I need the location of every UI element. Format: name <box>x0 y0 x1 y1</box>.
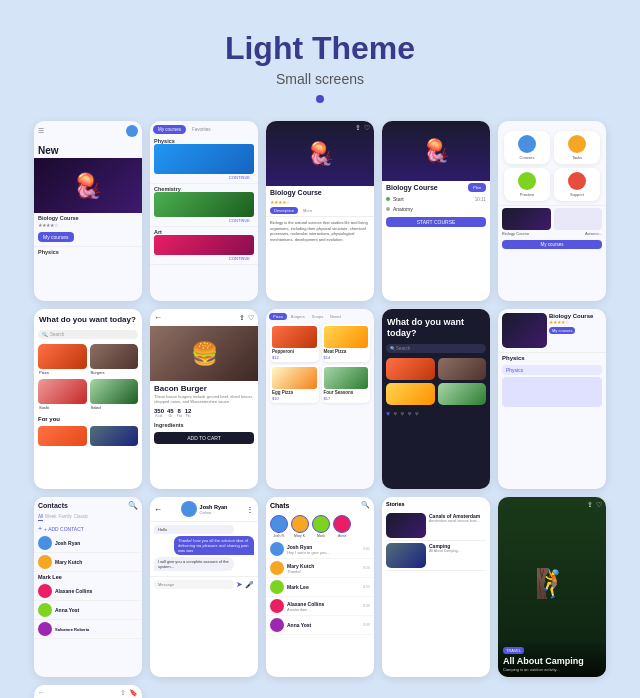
app-practice[interactable]: Practice <box>504 168 550 201</box>
avatar-mary <box>38 555 52 569</box>
heart-inactive-1[interactable]: ♥ <box>393 410 397 417</box>
story-josh[interactable]: Josh R. <box>270 515 288 538</box>
food-item-pizza[interactable]: Pizza <box>38 344 87 376</box>
food-item-sushi[interactable]: Sushi <box>38 379 87 411</box>
phone-grid: ☰ New 🪼 Biology Course ★★★★☆ My courses … <box>34 121 606 698</box>
share-icon2[interactable]: ⇪ <box>239 314 245 322</box>
story-mary[interactable]: Mary K. <box>291 515 309 538</box>
food-card-egg-pizza[interactable]: Egg Pizza $10 <box>270 365 319 403</box>
share-icon[interactable]: ⇪ <box>355 124 361 132</box>
tab-description[interactable]: Description <box>270 207 298 214</box>
category-tabs: Pizza Burgers Soups Bread <box>266 309 374 322</box>
contact-alaxane[interactable]: Alaxane Collins <box>34 582 142 601</box>
msg-recv-2: I will give you a complete account of th… <box>154 557 234 571</box>
tab-more[interactable]: More <box>300 207 315 214</box>
contact-mary-kutch[interactable]: Mary Kutch <box>34 553 142 572</box>
tab-classic[interactable]: Classic <box>74 514 89 521</box>
card-biology-plan: 🪼 Biology Course Plan Start 10:11 Anatom… <box>382 121 490 301</box>
plan-button[interactable]: Plan <box>468 183 486 192</box>
story-amsterdam[interactable]: Canals of Amsterdam Amsterdam canal ster… <box>386 511 486 541</box>
camping-title: All About Camping <box>503 657 601 667</box>
food-item-burger[interactable]: Burgers <box>90 344 139 376</box>
for-you-item-1 <box>38 426 87 446</box>
contact-josh-ryan[interactable]: Josh Ryan <box>34 534 142 553</box>
chat-item-anna[interactable]: Anna Yost 8:00 <box>266 616 374 635</box>
article-header: ← ⇪ 🔖 <box>34 685 142 698</box>
article-back-icon[interactable]: ← <box>38 689 45 697</box>
status-dot-green <box>386 197 390 201</box>
dark-food-item-4[interactable] <box>438 383 487 405</box>
dark-food-item-1[interactable] <box>386 358 435 380</box>
back-button[interactable]: ← <box>154 313 162 322</box>
story-camping[interactable]: Camping All About Camping... <box>386 541 486 571</box>
dark-food-item-3[interactable] <box>386 383 435 405</box>
heart-inactive-3[interactable]: ♥ <box>407 410 411 417</box>
cat-tab-soups[interactable]: Soups <box>309 313 326 320</box>
heart-inactive-4[interactable]: ♥ <box>415 410 419 417</box>
card2-tabs: My courses Favorites <box>150 121 258 136</box>
chat-user-info: Josh Ryan Online <box>181 501 228 517</box>
heart-icon2[interactable]: ♡ <box>248 314 254 322</box>
food-item-salad[interactable]: Salad <box>90 379 139 411</box>
dark-food-search[interactable]: 🔍 Search <box>386 344 486 353</box>
story-anna[interactable]: Anna <box>333 515 351 538</box>
camping-share-icon[interactable]: ⇪ <box>587 501 593 509</box>
app-tasks[interactable]: Tasks <box>554 131 600 164</box>
heart-active[interactable]: ♥ <box>386 410 390 417</box>
search-contacts-icon[interactable]: 🔍 <box>128 501 138 510</box>
food-search[interactable]: 🔍 Search <box>38 330 138 339</box>
article-share-icon[interactable]: ⇪ <box>120 689 126 697</box>
add-to-cart-btn[interactable]: ADD TO CART <box>154 432 254 444</box>
meat-pizza-img <box>324 326 369 348</box>
card1-btn[interactable]: My courses <box>38 232 74 242</box>
cat-tab-burgers[interactable]: Burgers <box>288 313 308 320</box>
message-input-area: Message ➤ 🎤 <box>150 576 258 592</box>
cat-tab-pizza[interactable]: Pizza <box>269 313 287 320</box>
camping-heart-icon[interactable]: ♡ <box>596 501 602 509</box>
card-new-courses: ☰ New 🪼 Biology Course ★★★★☆ My courses … <box>34 121 142 301</box>
start-course-btn[interactable]: START COURSE <box>386 217 486 227</box>
contact-salvatore[interactable]: Salvatore Roberta <box>34 620 142 639</box>
dark-food-item-2[interactable] <box>438 358 487 380</box>
app-support[interactable]: Support <box>554 168 600 201</box>
support-icon <box>568 172 586 190</box>
tab-family[interactable]: Family <box>58 514 71 521</box>
tab-all[interactable]: All <box>38 514 43 521</box>
food-card-four-seasons[interactable]: Four Seasons $17 <box>322 365 371 403</box>
card3-action-icons: ⇪ ♡ <box>355 124 370 132</box>
search-chats-icon[interactable]: 🔍 <box>361 501 370 509</box>
heart-inactive-2[interactable]: ♥ <box>400 410 404 417</box>
message-input[interactable]: Message <box>154 580 234 589</box>
chat-item-alaxane[interactable]: Alaxane Collins Amsterdam... 8:30 <box>266 597 374 616</box>
card3-hero: 🪼 ⇪ ♡ <box>266 121 374 186</box>
burger-title: Bacon Burger <box>150 381 258 394</box>
food-card-meat-pizza[interactable]: Meat Pizza $14 <box>322 324 371 362</box>
tab-my-courses[interactable]: My courses <box>153 125 186 134</box>
more-icon[interactable]: ⋮ <box>246 505 254 514</box>
heart-icon[interactable]: ♡ <box>364 124 370 132</box>
my-courses-btn[interactable]: My courses <box>502 240 602 249</box>
nutr-fat: 8 Fat <box>177 408 182 418</box>
mic-icon[interactable]: 🎤 <box>245 581 254 589</box>
back-icon[interactable]: ← <box>154 505 162 514</box>
chat-item-mary[interactable]: Mary Kutch Thanks! 9:20 <box>266 559 374 578</box>
pepperoni-img <box>272 326 317 348</box>
food-categories-grid: Pizza Burgers Sushi Salad <box>34 341 142 414</box>
chat-item-mark[interactable]: Mark Lee 8:55 <box>266 578 374 597</box>
add-contact-btn[interactable]: + + ADD CONTACT <box>34 523 142 534</box>
ingredients-label: Ingredients <box>150 420 258 430</box>
card10-physics: Physics <box>502 365 602 375</box>
send-icon[interactable]: ➤ <box>236 580 243 589</box>
story-mark[interactable]: Mark <box>312 515 330 538</box>
food-card-pepperoni[interactable]: Pepperoni $12 <box>270 324 319 362</box>
contact-anna[interactable]: Anna Yost <box>34 601 142 620</box>
tab-favorites[interactable]: Favorites <box>188 125 215 134</box>
cat-tab-bread[interactable]: Bread <box>327 313 344 320</box>
article-bookmark-icon[interactable]: 🔖 <box>129 689 138 697</box>
chats-header: Chats 🔍 <box>266 497 374 513</box>
tab-week[interactable]: Week <box>45 514 56 521</box>
app-courses[interactable]: Courses <box>504 131 550 164</box>
my-courses-btn2[interactable]: My courses <box>549 327 575 334</box>
chat-item-josh[interactable]: Josh Ryan Hey I want to give you... 9:41 <box>266 540 374 559</box>
chat-avatar-josh <box>270 542 284 556</box>
